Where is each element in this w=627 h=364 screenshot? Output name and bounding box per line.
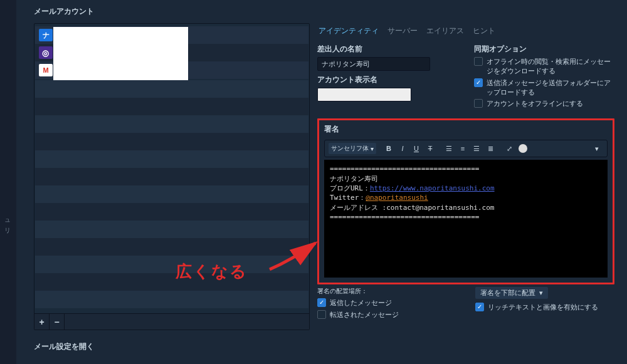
accounts-empty-rows <box>35 80 308 312</box>
signature-editor[interactable]: ==================================== ナポリ… <box>324 160 608 278</box>
section-title-mail-accounts: メールアカウント <box>34 6 614 17</box>
sender-name-label: 差出人の名前 <box>317 44 458 55</box>
gmail-icon: M <box>39 64 53 76</box>
sync-offline-download-checkbox[interactable] <box>474 57 483 66</box>
account-icon: ナ <box>39 29 53 41</box>
toolbar-more-button[interactable]: ▾ <box>591 142 603 155</box>
link-button[interactable]: ⤢ <box>503 142 515 155</box>
sync-account-offline-label: アカウントをオフラインにする <box>487 99 583 108</box>
account-display-label: アカウント表示名 <box>317 75 458 85</box>
sync-account-offline-checkbox[interactable] <box>474 99 483 108</box>
richtext-enable-label: リッチテキストと画像を有効にする <box>488 303 598 312</box>
rail-label: ュリ <box>3 216 11 230</box>
underline-button[interactable]: U <box>410 142 423 155</box>
chevron-down-icon: ▾ <box>539 289 543 297</box>
font-family-select[interactable]: サンセリフ体▾ <box>329 143 376 154</box>
vivaldi-icon: ◎ <box>39 46 53 59</box>
sync-offline-download-label: オフライン時の閲覧・検索用にメッセージをダウンロードする <box>487 57 614 76</box>
signature-label: 署名 <box>324 124 608 135</box>
placement-forward-checkbox[interactable] <box>317 310 326 319</box>
redaction-mask <box>53 27 188 80</box>
strikethrough-button[interactable]: T <box>424 142 436 155</box>
list-button[interactable]: ≣ <box>484 142 497 155</box>
italic-button[interactable]: I <box>396 142 409 155</box>
color-swatch-button[interactable] <box>517 142 529 155</box>
tab-aliases[interactable]: エイリアス <box>426 26 464 36</box>
accounts-panel: ナ ◎ M + − <box>34 23 310 330</box>
tab-identity[interactable]: アイデンティティ <box>319 26 379 36</box>
tab-hints[interactable]: ヒント <box>473 26 495 36</box>
sync-upload-sent-checkbox[interactable] <box>474 78 483 87</box>
richtext-enable-checkbox[interactable] <box>475 303 484 311</box>
placement-reply-label: 返信したメッセージ <box>330 298 392 308</box>
chevron-down-icon: ▾ <box>371 145 374 152</box>
open-mail-settings-label: メール設定を開く <box>34 341 614 352</box>
sync-upload-sent-label: 送信済メッセージを送信フォルダーにアップロードする <box>487 78 614 97</box>
color-dot-icon <box>519 144 527 153</box>
align-left-button[interactable]: ☰ <box>443 142 455 155</box>
add-account-button[interactable]: + <box>34 314 50 330</box>
blog-url-link[interactable]: https://www.naporitansushi.com <box>370 184 495 192</box>
signature-toolbar: サンセリフ体▾ B I U T ☰ ≡ ☰ ≣ ⤢ ▾ <box>324 140 608 157</box>
twitter-link[interactable]: @naporitansushi <box>366 194 428 202</box>
align-right-button[interactable]: ☰ <box>470 142 483 155</box>
remove-account-button[interactable]: − <box>50 314 65 330</box>
signature-position-select[interactable]: 署名を下部に配置 ▾ <box>475 287 548 299</box>
placement-forward-label: 転送されたメッセージ <box>330 310 399 320</box>
sync-options-label: 同期オプション <box>474 44 614 55</box>
signature-placement-label: 署名の配置場所： <box>317 287 456 296</box>
placement-reply-checkbox[interactable] <box>317 298 326 307</box>
tab-servers[interactable]: サーバー <box>387 26 418 36</box>
tabs: アイデンティティ サーバー エイリアス ヒント <box>317 23 614 43</box>
sender-name-input[interactable] <box>317 57 430 71</box>
bold-button[interactable]: B <box>382 142 395 155</box>
signature-section-highlight: 署名 サンセリフ体▾ B I U T ☰ ≡ ☰ ≣ ⤢ <box>317 118 614 284</box>
account-display-input[interactable] <box>317 88 411 101</box>
align-center-button[interactable]: ≡ <box>456 142 469 155</box>
